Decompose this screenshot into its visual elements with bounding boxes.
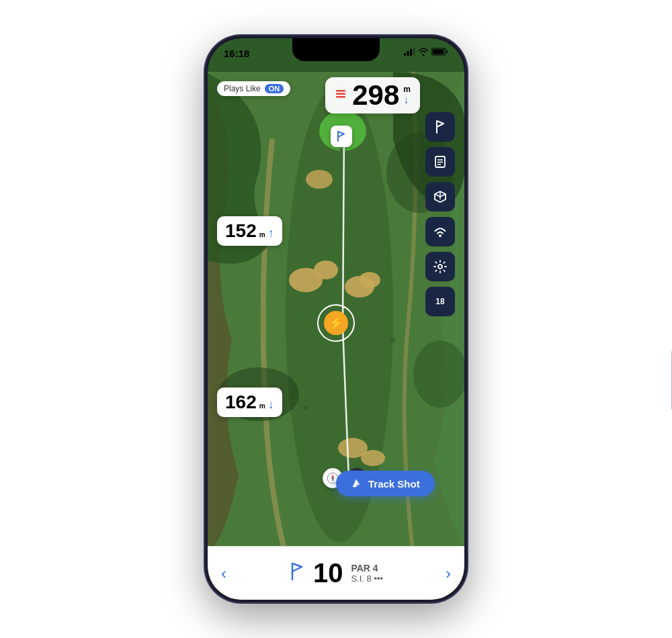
track-shot-label: Track Shot xyxy=(368,478,420,490)
svg-point-31 xyxy=(438,265,442,269)
settings-button[interactable] xyxy=(425,252,455,281)
hole-number-badge: 18 xyxy=(435,297,444,306)
svg-point-19 xyxy=(304,406,308,410)
3d-button[interactable] xyxy=(425,182,455,212)
wifi-icon xyxy=(418,48,429,56)
hole-si-text: S.I. 8 xyxy=(351,574,371,584)
plays-like-label: Plays Like xyxy=(224,84,261,93)
distance-to-pin-front: 152 m ↑ xyxy=(217,216,282,246)
hole-si-dots: ••• xyxy=(374,574,383,584)
svg-rect-0 xyxy=(404,53,406,56)
svg-rect-5 xyxy=(433,50,444,54)
hole-par: PAR 4 xyxy=(351,563,383,574)
hole-si: S.I. 8 ••• xyxy=(351,574,383,584)
toolbar: 18 xyxy=(425,112,455,316)
track-shot-icon xyxy=(351,477,363,490)
prev-hole-button[interactable]: ‹ xyxy=(221,564,226,583)
screen: 16:18 xyxy=(208,38,464,600)
position-inner-circle: ⚡ xyxy=(324,311,348,335)
svg-point-14 xyxy=(361,450,385,466)
signal-icon xyxy=(404,48,415,56)
plays-like-status: ON xyxy=(265,84,284,93)
map-area[interactable]: Plays Like ON 298 xyxy=(208,72,464,555)
notch xyxy=(292,38,380,61)
top-pin-icon xyxy=(331,126,352,147)
pin-dot xyxy=(340,148,343,151)
hand-cursor xyxy=(652,308,672,418)
distance-unit: m xyxy=(403,85,411,94)
track-shot-button[interactable]: Track Shot xyxy=(336,471,435,496)
current-position-marker: ⚡ xyxy=(317,304,355,342)
front-distance-arrow: ↑ xyxy=(268,226,274,240)
phone-shell: 16:18 xyxy=(205,36,467,602)
hole-18-button[interactable]: 18 xyxy=(425,287,455,316)
phone-inner: 16:18 xyxy=(208,38,464,600)
hole-number: 10 xyxy=(313,558,343,588)
distance-value: 298 xyxy=(352,81,399,109)
next-hole-button[interactable]: › xyxy=(446,564,451,583)
svg-rect-24 xyxy=(336,93,345,95)
position-outer-ring: ⚡ xyxy=(317,304,355,342)
flag-button[interactable] xyxy=(425,112,455,142)
hole-info: 10 PAR 4 S.I. 8 ••• xyxy=(289,558,383,588)
svg-rect-1 xyxy=(407,51,409,56)
plays-like-badge[interactable]: Plays Like ON xyxy=(217,81,290,96)
top-pin-marker xyxy=(331,126,352,152)
svg-point-11 xyxy=(359,272,380,288)
svg-point-12 xyxy=(306,170,333,189)
distance-display: 298 m ↓ xyxy=(325,77,420,113)
bottom-nav: ‹ 10 PAR 4 S.I. 8 ••• xyxy=(208,546,464,600)
svg-point-30 xyxy=(439,234,442,237)
svg-rect-25 xyxy=(336,96,345,98)
status-icons xyxy=(404,48,448,56)
svg-rect-23 xyxy=(336,90,345,92)
back-distance-value: 162 xyxy=(225,392,257,413)
svg-rect-3 xyxy=(413,48,415,56)
battery-icon xyxy=(431,48,448,56)
svg-rect-2 xyxy=(410,49,412,56)
distance-down-arrow: ↓ xyxy=(403,94,409,106)
lightning-icon: ⚡ xyxy=(329,316,343,330)
svg-point-20 xyxy=(390,338,396,343)
hole-flag-icon xyxy=(289,562,305,585)
hole-details: PAR 4 S.I. 8 ••• xyxy=(351,563,383,584)
back-distance-unit: m xyxy=(259,402,265,410)
distance-layers-icon xyxy=(335,88,347,103)
distance-to-pin-back: 162 m ↓ xyxy=(217,388,282,417)
svg-point-9 xyxy=(314,261,338,279)
back-distance-arrow: ↓ xyxy=(268,398,274,412)
scorecard-button[interactable] xyxy=(425,147,455,177)
front-distance-unit: m xyxy=(259,231,265,238)
front-distance-value: 152 xyxy=(225,220,257,242)
scene: 16:18 xyxy=(0,0,672,638)
status-time: 16:18 xyxy=(224,48,249,59)
wifi-button[interactable] xyxy=(425,217,455,246)
